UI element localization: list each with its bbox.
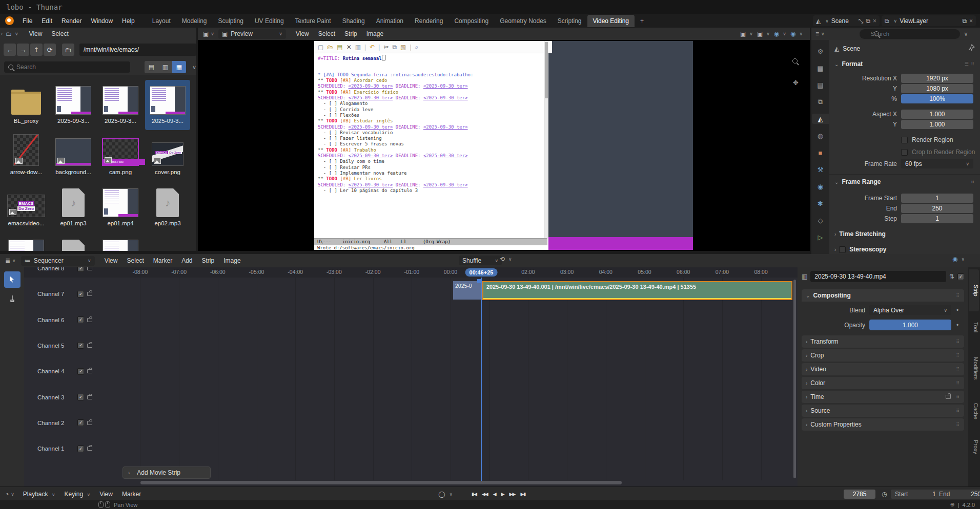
- display-mode-dropdown[interactable]: ▣ Preview ∨: [218, 29, 286, 39]
- search-input[interactable]: [4, 61, 130, 73]
- next-keyframe-button[interactable]: ▶▶: [507, 492, 518, 497]
- preset-icon[interactable]: ☰ ⠿: [965, 61, 975, 67]
- channel-lock-icon[interactable]: [87, 447, 92, 451]
- blender-logo-icon[interactable]: [5, 16, 14, 25]
- path-input[interactable]: [79, 44, 196, 56]
- workspace-tab-uv-editing[interactable]: UV Editing: [249, 15, 290, 27]
- back-button[interactable]: ←: [4, 44, 16, 56]
- strip-enable-checkbox[interactable]: ✓: [957, 273, 964, 280]
- file-item[interactable]: ♪: [51, 234, 96, 251]
- workspace-tab-shading[interactable]: Shading: [337, 15, 371, 27]
- workspace-tab-scripting[interactable]: Scripting: [552, 15, 587, 27]
- paste-icon[interactable]: ▧: [400, 44, 406, 51]
- editor-type-icon[interactable]: ≡: [815, 30, 819, 37]
- strip-section-transform[interactable]: ›Transform⠿: [802, 335, 964, 348]
- frame-end-field[interactable]: End250: [935, 490, 980, 499]
- sequencer-menu-add[interactable]: Add: [177, 257, 197, 264]
- timeline-ruler[interactable]: -08:00-07:00-06:00-05:00-04:00-03:00-02:…: [24, 267, 798, 278]
- blend-dropdown[interactable]: Alpha Over ∨: [869, 305, 951, 315]
- sequencer-menu-select[interactable]: Select: [122, 257, 148, 264]
- file-item[interactable]: ep01.mp4: [98, 182, 143, 232]
- preview-menu-select[interactable]: Select: [314, 30, 340, 37]
- strip-section-video[interactable]: ›Video⠿: [802, 363, 964, 375]
- opacity-slider[interactable]: 1.000: [869, 320, 951, 330]
- region-toggle-icon[interactable]: ›: [1, 31, 3, 36]
- checkbox[interactable]: [901, 137, 908, 143]
- add-movie-strip-button[interactable]: › Add Movie Strip: [122, 466, 211, 479]
- checkbox[interactable]: [839, 246, 846, 253]
- properties-tab-view-layer[interactable]: ⧉: [813, 97, 828, 107]
- properties-tab-render[interactable]: ▦: [813, 63, 828, 73]
- zoom-icon[interactable]: [792, 58, 798, 63]
- collapsed-panel-time-stretching[interactable]: ›Time Stretching: [834, 230, 975, 238]
- snapping-control[interactable]: ⟲ ∨: [500, 256, 512, 263]
- file-item[interactable]: BL_proxy: [4, 80, 49, 130]
- properties-tab-texture[interactable]: ▷: [813, 232, 828, 242]
- channel-lock-icon[interactable]: [87, 421, 92, 425]
- preview-menu-image[interactable]: Image: [362, 30, 388, 37]
- file-item[interactable]: 2025-09-3...: [145, 80, 190, 130]
- save-icon[interactable]: ▤: [337, 44, 342, 51]
- channel-mute-checkbox[interactable]: ✓: [77, 342, 84, 349]
- channel-lock-icon[interactable]: [87, 369, 92, 373]
- current-frame-field[interactable]: 2785: [844, 490, 875, 499]
- previous-keyframe-button[interactable]: ◀◀: [479, 492, 491, 497]
- open-file-icon[interactable]: 🗁: [327, 44, 333, 51]
- play-reverse-button[interactable]: ◀: [491, 492, 499, 497]
- shuffle-dropdown[interactable]: Shuffle ∨: [459, 256, 502, 265]
- value-field[interactable]: 1: [901, 214, 973, 223]
- topbar-menu-edit[interactable]: Edit: [37, 17, 57, 25]
- channel-lock-icon[interactable]: [87, 395, 92, 399]
- select-tool-button[interactable]: [4, 271, 21, 288]
- gizmo-icon[interactable]: ◉∨: [774, 30, 786, 37]
- playback-menu[interactable]: Playback ∨: [18, 491, 60, 498]
- play-button[interactable]: ▶: [499, 492, 507, 497]
- compact-view-button[interactable]: ▥: [158, 61, 172, 73]
- channel-mute-checkbox[interactable]: ✓: [77, 316, 84, 323]
- sidebar-tab-strip[interactable]: Strip: [969, 269, 979, 311]
- editor-type-icon[interactable]: 🗀: [6, 30, 12, 37]
- topbar-menu-render[interactable]: Render: [57, 17, 86, 25]
- grid-view-button[interactable]: ▦: [172, 61, 186, 73]
- properties-tab-scene[interactable]: ◭: [812, 114, 829, 124]
- properties-tab-tool[interactable]: ⚙: [813, 46, 828, 56]
- copy-icon[interactable]: ⧉: [866, 17, 870, 25]
- file-item[interactable]: EMACSDo Zeroemacsvideo...: [4, 182, 49, 232]
- workspace-tab-texture-paint[interactable]: Texture Paint: [290, 15, 337, 27]
- topbar-menu-file[interactable]: File: [18, 17, 37, 25]
- playhead-badge[interactable]: 00:46+25: [465, 268, 498, 277]
- workspace-tab-sculpting[interactable]: Sculpting: [213, 15, 249, 27]
- properties-tab-world[interactable]: ◍: [813, 131, 828, 141]
- horizontal-scrollbar[interactable]: [140, 481, 622, 484]
- playhead[interactable]: [481, 278, 482, 482]
- sidebar-tab-proxy[interactable]: Proxy: [969, 429, 979, 465]
- strip-section-color[interactable]: ›Color⠿: [802, 377, 964, 389]
- movie-strip[interactable]: 2025-09-30 13-49-40.001 | /mnt/win/live/…: [482, 281, 792, 300]
- scene-selector[interactable]: ◭∨ Scene ⤡ ⧉ ×: [813, 15, 880, 26]
- chevron-down-icon[interactable]: ⌄: [834, 179, 839, 185]
- strip-section-crop[interactable]: ›Crop⠿: [802, 349, 964, 362]
- compositing-panel-header[interactable]: ⌄ Compositing ⠿: [802, 289, 964, 302]
- channel-mute-checkbox[interactable]: ✓: [77, 446, 84, 452]
- value-field[interactable]: 1.000: [901, 120, 973, 129]
- add-workspace-button[interactable]: +: [635, 15, 649, 27]
- workspace-tab-video-editing[interactable]: Video Editing: [587, 15, 635, 27]
- strip-section-custom-properties[interactable]: ›Custom Properties⠿: [802, 418, 964, 431]
- clock-icon[interactable]: ◷: [882, 491, 887, 498]
- channel-mute-checkbox[interactable]: ✓: [77, 368, 84, 375]
- channel-mute-checkbox[interactable]: ✓: [77, 394, 84, 400]
- strip-section-time[interactable]: ›Time⠿: [802, 391, 964, 403]
- channel-lock-icon[interactable]: [87, 344, 92, 348]
- properties-tab-modifiers[interactable]: ⚒: [813, 164, 828, 175]
- file-item[interactable]: arrow-dow...: [4, 131, 49, 181]
- file-item[interactable]: background...: [51, 131, 96, 181]
- overlays-icon[interactable]: ◉∨: [790, 30, 803, 37]
- file-item[interactable]: EMACSDo Zerocover.png: [145, 131, 190, 181]
- search-icon[interactable]: ⌕: [415, 44, 419, 51]
- channel-lock-icon[interactable]: [87, 292, 92, 296]
- image-overlay-icon[interactable]: ▣∨: [757, 30, 770, 37]
- strip-name-input[interactable]: [810, 271, 946, 282]
- sidebar-tab-cache[interactable]: Cache: [969, 392, 979, 430]
- editor-type-icon[interactable]: ≣: [5, 257, 10, 264]
- sidebar-overlay-control[interactable]: ◉ ∨: [952, 256, 965, 263]
